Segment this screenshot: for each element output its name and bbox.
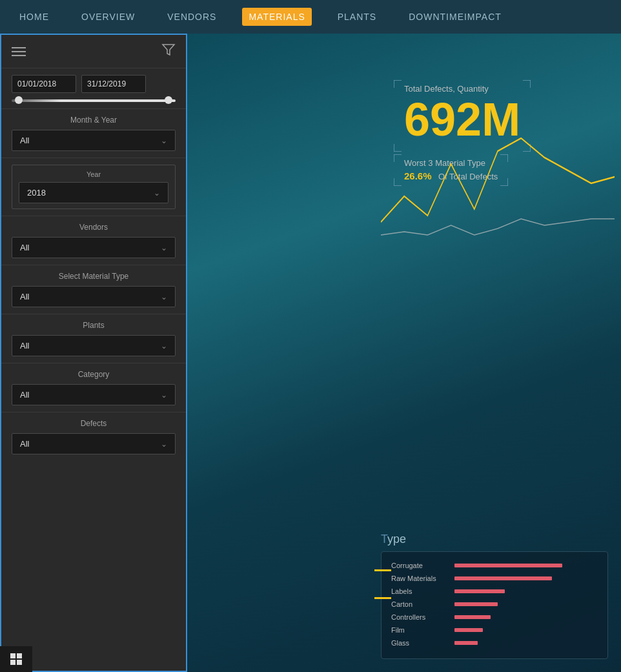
chevron-vendors: ⌄ [161,243,167,252]
bar-fill-film [454,628,483,632]
filter-box-year: Year 2018 ⌄ [12,165,176,209]
filter-section-month-year: Month & Year All ⌄ [1,108,186,158]
date-slider[interactable] [12,99,176,102]
filter-section-vendors: Vendors All ⌄ [1,216,186,265]
bar-fill-labels [454,589,505,593]
chevron-material: ⌄ [161,292,167,301]
filter-value-material: All [20,292,29,301]
windows-start-button[interactable] [0,646,32,672]
filter-label-vendors: Vendors [12,223,176,232]
main-background: Total Defects, Quantity 692M Worst 3 Mat… [187,34,621,672]
date-start-input[interactable] [12,75,76,93]
bar-label-glass: Glass [391,639,449,647]
svg-marker-0 [163,45,174,55]
bar-chart-section: Type Corrugate Raw Materials [381,533,608,659]
bar-track-film [454,628,598,632]
nav-plants[interactable]: Plants [331,8,383,26]
hamburger-button[interactable] [12,47,26,56]
filter-section-material: Select Material Type All ⌄ [1,265,186,314]
date-range-section [1,68,186,99]
bar-track-carton [454,602,598,606]
bar-row-glass: Glass [391,639,598,647]
line-chart [381,106,615,248]
filter-select-defects[interactable]: All ⌄ [12,433,176,454]
bar-title-ype: ype [387,533,406,545]
bar-row-raw: Raw Materials [391,575,598,582]
filter-value-year: 2018 [27,188,46,198]
kpi-total-label: Total Defects, Quantity [404,84,520,94]
bar-track-glass [454,641,598,645]
bracket-tl [394,80,407,93]
hamburger-line-1 [12,47,26,48]
filter-label-category: Category [12,370,176,379]
bar-label-raw: Raw Materials [391,575,449,582]
chevron-month-year: ⌄ [161,136,167,145]
filter-label-month-year: Month & Year [12,116,176,125]
bar-track-corrugate [454,564,598,567]
yellow-marker-2 [374,597,391,599]
bar-label-carton: Carton [391,600,449,608]
bar-row-carton: Carton [391,600,598,608]
bar-label-film: Film [391,626,449,634]
nav-materials[interactable]: Materials [242,8,311,26]
filter-value-defects: All [20,439,29,449]
bar-row-corrugate: Corrugate [391,562,598,569]
bar-fill-controllers [454,615,491,619]
chevron-year: ⌄ [154,188,160,198]
bar-fill-glass [454,641,478,645]
filter-value-vendors: All [20,243,29,252]
bar-fill-carton [454,602,498,606]
filter-select-vendors[interactable]: All ⌄ [12,237,176,258]
filter-icon[interactable] [161,43,176,60]
filter-select-month-year[interactable]: All ⌄ [12,130,176,151]
navbar: Home Overview Vendors Materials Plants D… [0,0,621,34]
filter-section-plants: Plants All ⌄ [1,314,186,363]
filter-select-plants[interactable]: All ⌄ [12,335,176,356]
bar-track-labels [454,589,598,593]
windows-logo [10,653,22,665]
filter-select-category[interactable]: All ⌄ [12,384,176,405]
bar-fill-raw [454,576,552,580]
yellow-marker-1 [374,569,391,571]
filter-section-year: Year 2018 ⌄ [1,158,186,216]
win-logo-q1 [10,653,15,658]
chevron-defects: ⌄ [161,440,167,449]
sidebar-header [1,35,186,68]
filter-svg [161,43,176,57]
main-content: Total Defects, Quantity 692M Worst 3 Mat… [374,67,621,672]
date-end-input[interactable] [81,75,146,93]
filter-select-material[interactable]: All ⌄ [12,286,176,307]
bar-track-controllers [454,615,598,619]
bar-chart-container: Corrugate Raw Materials Labels [381,551,608,659]
line-chart-area [381,106,615,248]
bracket-tr [518,80,531,93]
nav-home[interactable]: Home [13,8,56,26]
bar-fill-corrugate [454,564,562,567]
bar-label-controllers: Controllers [391,613,449,621]
win-logo-q3 [10,660,15,665]
chevron-category: ⌄ [161,391,167,400]
bar-row-controllers: Controllers [391,613,598,621]
filter-section-category: Category All ⌄ [1,363,186,412]
filter-value-month-year: All [20,136,29,145]
bar-label-labels: Labels [391,587,449,595]
nav-overview[interactable]: Overview [75,8,141,26]
win-logo-q2 [17,653,22,658]
sidebar-panel: Month & Year All ⌄ Year 2018 ⌄ Vendors A… [0,34,187,672]
date-slider-container [1,99,186,108]
filter-inner-label-year: Year [19,170,168,178]
nav-vendors[interactable]: Vendors [161,8,223,26]
chevron-plants: ⌄ [161,341,167,351]
filter-section-defects: Defects All ⌄ [1,412,186,461]
filter-value-plants: All [20,341,29,351]
win-logo-q4 [17,660,22,665]
filter-label-material: Select Material Type [12,272,176,281]
filter-select-year[interactable]: 2018 ⌄ [19,182,168,203]
bar-row-labels: Labels [391,587,598,595]
bar-rows-wrapper: Corrugate Raw Materials Labels [391,562,598,647]
filter-label-plants: Plants [12,321,176,330]
nav-downtime[interactable]: DowntimeImpact [402,8,508,26]
bar-chart-title: Type [381,533,608,546]
bar-label-corrugate: Corrugate [391,562,449,569]
bar-track-raw [454,576,598,580]
